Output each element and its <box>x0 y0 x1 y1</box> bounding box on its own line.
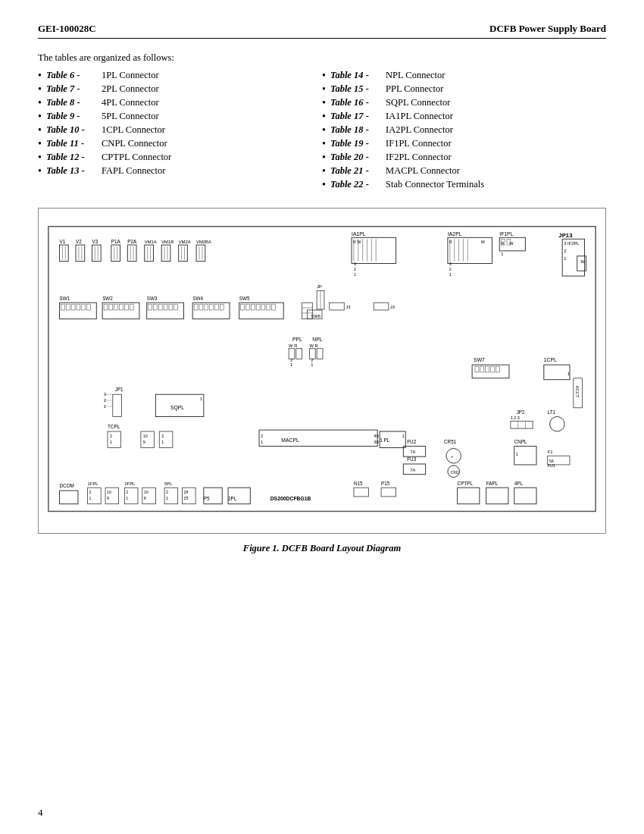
svg-text:FU1: FU1 <box>548 463 555 468</box>
list-item: • Table 18 - IA2PL Connector <box>322 124 606 136</box>
table-number: Table 12 - <box>46 152 99 163</box>
svg-text:2: 2 <box>126 490 128 494</box>
svg-text:CPTPL: CPTPL <box>458 481 474 486</box>
svg-rect-98 <box>148 304 152 310</box>
svg-rect-68 <box>179 245 188 261</box>
svg-text:9: 9 <box>143 440 145 444</box>
bullet-dot: • <box>38 111 42 122</box>
svg-text:IA2PL: IA2PL <box>448 231 462 237</box>
svg-text:P5: P5 <box>204 496 210 501</box>
svg-rect-87 <box>87 304 91 310</box>
table-number: Table 18 - <box>330 124 383 136</box>
svg-rect-40 <box>60 245 69 261</box>
table-number: Table 15 - <box>330 83 383 95</box>
svg-text:IA1PL: IA1PL <box>352 231 366 237</box>
svg-rect-114 <box>241 304 245 310</box>
table-description: PPL Connector <box>383 83 443 95</box>
bullet-dot: • <box>322 111 326 122</box>
table-description: IF2PL Connector <box>383 152 452 163</box>
svg-rect-101 <box>164 304 167 310</box>
svg-text:SW2: SW2 <box>102 296 113 301</box>
table-description: CNPL Connector <box>99 138 167 149</box>
page-header: GEI-100028C DCFB Power Supply Board <box>38 23 606 39</box>
bullet-dot: • <box>322 84 326 95</box>
svg-text:9: 9 <box>107 496 109 500</box>
table-list-right: • Table 14 - NPL Connector • Table 15 - … <box>322 70 606 193</box>
svg-text:1 2  3: 1 2 3 <box>511 415 520 420</box>
svg-text:F1: F1 <box>548 450 553 454</box>
table-number: Table 22 - <box>330 179 383 190</box>
list-item: • Table 20 - IF2PL Connector <box>322 152 606 163</box>
svg-rect-84 <box>71 304 75 310</box>
bullet-dot: • <box>322 180 326 190</box>
svg-rect-100 <box>158 304 162 310</box>
svg-rect-52 <box>111 245 120 261</box>
bullet-dot: • <box>38 84 42 95</box>
svg-text:SW4: SW4 <box>192 296 203 301</box>
svg-text:10: 10 <box>107 490 111 494</box>
svg-rect-240 <box>458 488 480 503</box>
table-description: IA2PL Connector <box>383 124 453 136</box>
svg-text:J3: J3 <box>345 305 350 309</box>
svg-text:2: 2 <box>564 249 566 253</box>
bullet-dot: • <box>322 71 326 81</box>
svg-rect-144 <box>486 366 489 372</box>
svg-text:VM1B: VM1B <box>161 240 174 244</box>
svg-rect-85 <box>77 304 80 310</box>
svg-rect-242 <box>486 488 508 503</box>
svg-text:JP2: JP2 <box>517 409 525 415</box>
svg-text:JP13: JP13 <box>558 232 573 239</box>
table-number: Table 13 - <box>46 165 99 177</box>
table-description: 1CPL Connector <box>99 124 165 136</box>
svg-rect-89 <box>102 303 139 318</box>
svg-text:J3: J3 <box>390 305 395 309</box>
table-description: MACPL Connector <box>383 165 460 177</box>
svg-text:W  R: W R <box>289 343 297 348</box>
svg-rect-208 <box>60 491 78 504</box>
svg-text:1: 1 <box>449 272 452 277</box>
svg-text:2FPL: 2FPL <box>124 481 136 486</box>
list-item: • Table 10 - 1CPL Connector <box>38 124 322 136</box>
svg-rect-146 <box>496 366 499 372</box>
svg-rect-106 <box>194 304 198 310</box>
list-item: • Table 9 - 5PL Connector <box>38 111 322 122</box>
svg-rect-48 <box>92 245 101 261</box>
svg-text:SW1: SW1 <box>60 296 70 301</box>
svg-text:W: W <box>481 240 486 244</box>
list-item: • Table 14 - NPL Connector <box>322 70 606 81</box>
svg-rect-72 <box>196 245 205 261</box>
svg-text:R W: R W <box>353 240 361 244</box>
svg-rect-105 <box>192 303 230 318</box>
svg-rect-103 <box>174 304 178 310</box>
table-description: 1PL Connector <box>99 70 159 81</box>
table-list: • Table 6 - 1PL Connector • Table 7 - 2P… <box>38 70 606 193</box>
table-number: Table 21 - <box>330 165 383 177</box>
svg-text:P1A: P1A <box>111 239 121 244</box>
svg-text:9: 9 <box>144 496 146 500</box>
table-description: 2PL Connector <box>99 83 159 95</box>
bullet-dot: • <box>322 152 326 163</box>
bullet-dot: • <box>322 166 326 177</box>
doc-number: GEI-100028C <box>38 23 96 35</box>
svg-text:2: 2 <box>161 434 164 438</box>
svg-text:1: 1 <box>261 440 263 444</box>
svg-rect-174 <box>259 430 377 446</box>
svg-text:2PL: 2PL <box>228 496 237 501</box>
svg-text:2: 2 <box>354 267 356 271</box>
svg-rect-102 <box>169 304 173 310</box>
svg-text:R: R <box>449 240 452 244</box>
svg-text:IF1PL: IF1PL <box>499 231 513 237</box>
svg-text:1: 1 <box>564 256 566 261</box>
svg-text:1: 1 <box>200 397 202 401</box>
svg-text:SW7: SW7 <box>474 357 485 362</box>
svg-rect-119 <box>267 304 270 310</box>
svg-rect-238 <box>381 488 396 497</box>
svg-text:5PL: 5PL <box>164 481 173 486</box>
diagram-svg: JP13 3 IF2PL 2 1 W IF1PL R W 1 IA2PL R W <box>45 215 599 527</box>
svg-text:2: 2 <box>261 434 263 438</box>
page-number: 4 <box>38 807 43 819</box>
list-item: • Table 21 - MACPL Connector <box>322 165 606 177</box>
svg-rect-90 <box>104 304 108 310</box>
svg-text:39: 39 <box>374 440 379 444</box>
svg-text:1: 1 <box>290 362 292 367</box>
